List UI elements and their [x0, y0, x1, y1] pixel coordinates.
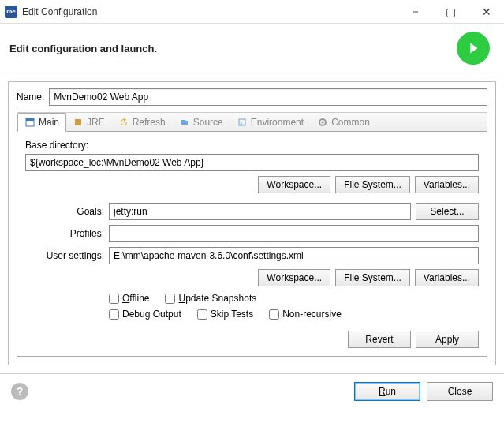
help-icon[interactable]: ?	[11, 383, 28, 400]
tab-common-label: Common	[331, 117, 370, 128]
svg-point-6	[322, 121, 324, 123]
tab-environment[interactable]: x Environment	[230, 113, 311, 131]
tab-refresh-label: Refresh	[133, 117, 166, 128]
offline-checkbox[interactable]: Offline	[109, 293, 149, 304]
svg-rect-1	[26, 118, 34, 121]
maximize-button[interactable]: ▢	[433, 0, 469, 24]
profiles-input[interactable]	[109, 225, 479, 242]
base-directory-input[interactable]	[25, 154, 479, 171]
tab-bar: Main JRE Refresh Source x Environment Co…	[17, 112, 487, 132]
goals-label: Goals:	[25, 206, 104, 217]
svg-text:x: x	[240, 120, 243, 125]
name-label: Name:	[17, 92, 44, 103]
tab-refresh[interactable]: Refresh	[112, 113, 173, 131]
variables-button-usersettings[interactable]: Variables...	[415, 269, 479, 286]
profiles-label: Profiles:	[25, 228, 104, 239]
debug-output-checkbox[interactable]: Debug Output	[109, 309, 181, 320]
source-tab-icon	[179, 117, 190, 128]
run-icon	[457, 32, 490, 65]
name-input[interactable]	[49, 88, 487, 106]
update-snapshots-checkbox[interactable]: Update Snapshots	[165, 293, 256, 304]
tab-source-label: Source	[193, 117, 223, 128]
tab-environment-label: Environment	[251, 117, 304, 128]
file-system-button-usersettings[interactable]: File System...	[335, 269, 410, 286]
app-icon: me	[5, 6, 17, 18]
dialog-footer: ? Run Close	[0, 374, 504, 409]
environment-tab-icon: x	[237, 117, 248, 128]
run-button[interactable]: Run	[354, 382, 420, 401]
close-window-button[interactable]: ✕	[469, 0, 504, 24]
refresh-tab-icon	[118, 117, 129, 128]
goals-input[interactable]	[109, 203, 411, 220]
variables-button-basedir[interactable]: Variables...	[415, 176, 479, 193]
non-recursive-checkbox[interactable]: Non-recursive	[269, 309, 342, 320]
close-button[interactable]: Close	[427, 382, 493, 401]
main-tab-icon	[24, 117, 35, 128]
file-system-button-basedir[interactable]: File System...	[335, 176, 410, 193]
titlebar: me Edit Configuration － ▢ ✕	[0, 0, 504, 24]
minimize-button[interactable]: －	[398, 0, 433, 24]
tab-content-main: Base directory: Workspace... File System…	[17, 132, 487, 357]
tab-main[interactable]: Main	[17, 113, 66, 132]
common-tab-icon	[317, 117, 328, 128]
revert-button[interactable]: Revert	[348, 331, 411, 348]
select-goals-button[interactable]: Select...	[416, 203, 479, 220]
dialog-header: Edit configuration and launch.	[0, 24, 504, 73]
workspace-button-usersettings[interactable]: Workspace...	[258, 269, 330, 286]
tab-main-label: Main	[39, 117, 59, 128]
base-directory-label: Base directory:	[25, 140, 479, 151]
tab-jre[interactable]: JRE	[66, 113, 112, 131]
window-title: Edit Configuration	[22, 6, 398, 17]
jre-tab-icon	[73, 117, 84, 128]
tab-source[interactable]: Source	[173, 113, 230, 131]
user-settings-label: User settings:	[25, 250, 104, 261]
skip-tests-checkbox[interactable]: Skip Tests	[197, 309, 253, 320]
tab-common[interactable]: Common	[311, 113, 377, 131]
apply-button[interactable]: Apply	[416, 331, 479, 348]
svg-rect-2	[75, 119, 81, 125]
workspace-button-basedir[interactable]: Workspace...	[258, 176, 330, 193]
user-settings-input[interactable]	[109, 247, 479, 264]
tab-jre-label: JRE	[87, 117, 105, 128]
config-groupbox: Name: Main JRE Refresh Source x Env	[8, 81, 496, 365]
header-text: Edit configuration and launch.	[9, 43, 457, 54]
